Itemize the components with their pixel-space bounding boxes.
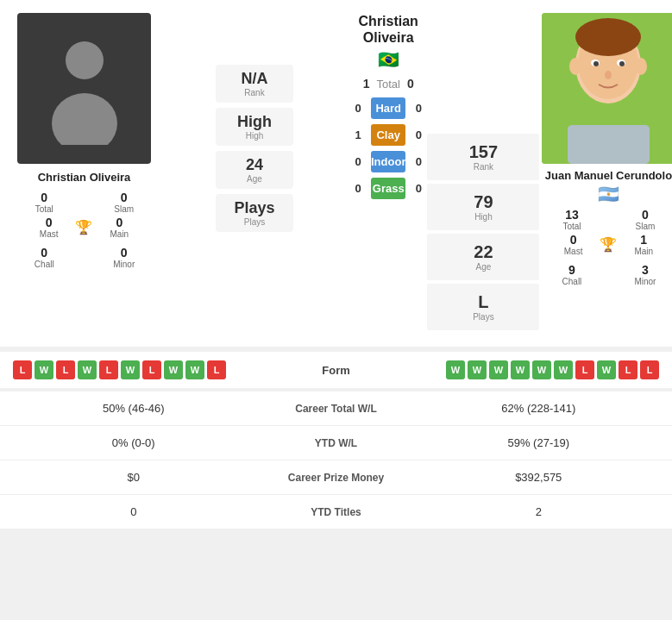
form-badge-left: W xyxy=(185,360,204,379)
left-plays-label: Plays xyxy=(226,217,283,227)
right-high-label: High xyxy=(432,212,534,222)
left-mast-stat: 0 Mast xyxy=(40,216,59,239)
form-badge-left: W xyxy=(35,360,53,379)
form-badge-right: W xyxy=(511,360,530,379)
hard-button[interactable]: Hard xyxy=(371,97,405,119)
right-bottom-stats: 9 Chall 3 Minor xyxy=(539,263,672,286)
stats-row: 0YTD Titles2 xyxy=(0,495,672,529)
form-badge-right: W xyxy=(489,360,508,379)
stats-row-left-value: 0% (0-0) xyxy=(17,436,250,449)
stats-row: $0Career Prize Money$392,575 xyxy=(0,460,672,495)
form-badge-right: W xyxy=(468,360,487,379)
player-right-stats: 13 Total 0 Slam xyxy=(539,208,672,231)
player-left-photo xyxy=(17,13,151,164)
svg-point-1 xyxy=(52,93,117,145)
right-plays-label: Plays xyxy=(432,312,534,322)
stats-row-center-label: YTD W/L xyxy=(250,437,423,449)
right-total-value: 13 xyxy=(565,208,579,222)
left-plays-value: Plays xyxy=(226,199,283,217)
right-age-label: Age xyxy=(432,262,534,272)
form-label: Form xyxy=(322,364,350,377)
left-trophy-row: 0 Mast 🏆 0 Main xyxy=(40,216,129,239)
stats-row-center-label: Career Prize Money xyxy=(250,472,423,484)
form-badge-left: L xyxy=(56,360,75,379)
form-badge-left: L xyxy=(13,360,32,379)
form-badge-left: L xyxy=(99,360,118,379)
right-chall-label: Chall xyxy=(562,277,582,286)
form-badge-left: L xyxy=(207,360,226,379)
right-rank-value: 157 xyxy=(432,142,534,162)
left-age-label: Age xyxy=(226,174,283,184)
left-plays-box: Plays Plays xyxy=(216,194,293,232)
right-main-value: 1 xyxy=(640,233,647,247)
player-left-stats: 0 Total 0 Slam xyxy=(9,191,160,214)
right-total-label: Total xyxy=(562,222,581,231)
surface-indoor: 0 Indoor 0 xyxy=(349,151,427,172)
left-form-badges: LWLWLWLWWL xyxy=(13,360,226,379)
form-badge-right: W xyxy=(532,360,551,379)
svg-point-6 xyxy=(569,58,581,75)
right-age-box: 22 Age xyxy=(427,234,539,280)
left-flag: 🇧🇷 xyxy=(349,49,427,70)
left-chall-stat: 0 Chall xyxy=(9,246,80,269)
form-row: LWLWLWLWWL Form WWWWWWLWLL xyxy=(0,352,672,388)
left-slam-stat: 0 Slam xyxy=(89,191,160,214)
left-minor-stat: 0 Minor xyxy=(89,246,160,269)
stats-row-center-label: YTD Titles xyxy=(250,506,423,518)
player-right-photo xyxy=(542,13,672,164)
left-chall-value: 0 xyxy=(41,246,47,260)
left-minor-value: 0 xyxy=(121,246,128,260)
stats-row-right-value: 62% (228-141) xyxy=(423,402,656,415)
svg-point-5 xyxy=(575,18,641,56)
left-main-label: Main xyxy=(110,229,129,239)
right-slam-value: 0 xyxy=(642,208,649,222)
left-minor-label: Minor xyxy=(113,260,135,269)
main-container: Christian Oliveira 0 Total 0 Slam 0 Mast… xyxy=(0,0,672,529)
svg-rect-13 xyxy=(568,125,650,164)
left-total-value: 0 xyxy=(41,191,47,204)
surfaces-block: 0 Hard 0 1 Clay 0 0 Indoor 0 0 Grass xyxy=(349,97,427,204)
form-badge-left: W xyxy=(164,360,183,379)
right-total-stat: 13 Total xyxy=(539,208,604,231)
left-slam-label: Slam xyxy=(114,204,134,214)
right-plays-value: L xyxy=(432,292,534,312)
left-mast-label: Mast xyxy=(40,229,59,239)
total-left: 1 xyxy=(363,77,370,91)
clay-button[interactable]: Clay xyxy=(371,124,405,146)
total-row: 1 Total 0 xyxy=(363,77,414,91)
left-main-stat: 0 Main xyxy=(110,216,129,239)
right-minor-label: Minor xyxy=(634,277,656,286)
grass-button[interactable]: Grass xyxy=(371,178,405,199)
stats-row: 50% (46-46)Career Total W/L62% (228-141) xyxy=(0,391,672,426)
left-player-title: Christian Oliveira xyxy=(349,13,427,46)
left-age-value: 24 xyxy=(226,156,283,174)
right-chall-value: 9 xyxy=(568,263,575,277)
right-slam-stat: 0 Slam xyxy=(612,208,672,231)
right-trophy-row: 0 Mast 🏆 1 Main xyxy=(564,233,653,256)
trophy-icon-left: 🏆 xyxy=(75,219,92,235)
right-high-value: 79 xyxy=(432,192,534,212)
right-mast-stat: 0 Mast xyxy=(564,233,583,256)
left-rank-box: N/A Rank xyxy=(216,65,293,103)
stats-rows: 50% (46-46)Career Total W/L62% (228-141)… xyxy=(0,391,672,529)
form-badge-right: W xyxy=(554,360,573,379)
svg-point-0 xyxy=(66,41,104,79)
form-section: LWLWLWLWWL Form WWWWWWLWLL xyxy=(0,352,672,388)
form-badge-right: L xyxy=(575,360,594,379)
top-section: Christian Oliveira 0 Total 0 Slam 0 Mast… xyxy=(0,0,672,347)
left-high-label: High xyxy=(226,131,283,141)
form-badge-right: L xyxy=(640,360,659,379)
left-slam-value: 0 xyxy=(121,191,128,204)
stats-row-center-label: Career Total W/L xyxy=(250,403,423,415)
left-age-box: 24 Age xyxy=(216,151,293,189)
player-right-card: Juan Manuel Cerundolo 🇦🇷 13 Total 0 Slam… xyxy=(539,13,672,334)
right-rank-box: 157 Rank xyxy=(427,134,539,180)
indoor-button[interactable]: Indoor xyxy=(371,151,405,172)
form-badge-left: L xyxy=(142,360,161,379)
left-player-heading: Christian Oliveira 🇧🇷 xyxy=(349,13,427,70)
right-flag: 🇦🇷 xyxy=(598,184,619,204)
right-high-box: 79 High xyxy=(427,184,539,230)
right-age-value: 22 xyxy=(432,242,534,262)
right-main-label: Main xyxy=(634,247,653,256)
match-center: Christian Oliveira 🇧🇷 1 Total 0 0 Hard 0… xyxy=(349,13,427,334)
